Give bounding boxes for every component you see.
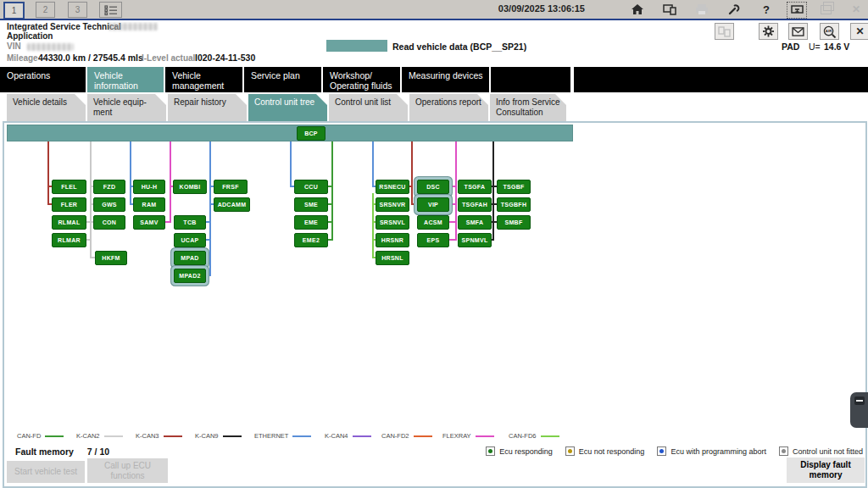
question-icon: ? (763, 3, 770, 16)
ecu-node-acsm[interactable]: ACSM (417, 215, 449, 230)
ecu-node-con[interactable]: CON (93, 215, 125, 230)
sub-tab-control-unit-tree[interactable]: Control unit tree (248, 94, 327, 122)
bus-legend-label: FLEXRAY (442, 432, 471, 440)
window-close-button[interactable]: ✕ (847, 2, 865, 17)
ecu-node-smbf[interactable]: SMBF (497, 215, 531, 230)
fault-memory-label: Fault memory (15, 446, 74, 457)
voltage-prefix: U= (809, 42, 821, 52)
ecu-node-flel[interactable]: FLEL (52, 180, 86, 194)
screen-select-button[interactable] (787, 2, 807, 19)
bus-legend-can-fd: CAN-FD (17, 432, 64, 440)
ecu-node-tsgfa[interactable]: TSGFA (458, 180, 492, 194)
messages-button[interactable] (788, 23, 808, 40)
nav-tab-vehicle-information[interactable]: Vehicle information (87, 67, 164, 92)
ecu-node-mpad[interactable]: MPAD (174, 251, 206, 265)
ecu-node-tcb[interactable]: TCB (174, 215, 206, 230)
ecu-node-hu-h[interactable]: HU-H (133, 180, 165, 194)
nav-tab-empty[interactable] (491, 67, 570, 92)
connection-manager-button[interactable] (660, 2, 679, 17)
mileage-value: 44330.0 km / 27545.4 mls (38, 53, 143, 63)
bus-legend-k-can3: K-CAN3 (136, 432, 182, 440)
air-check-button[interactable]: AIR (820, 23, 839, 40)
help-button[interactable]: ? (757, 2, 776, 17)
bus-line-segment (492, 141, 494, 241)
page-tab-1[interactable]: 1 (3, 2, 25, 19)
ecu-node-rlmar[interactable]: RLMAR (52, 233, 86, 247)
ecu-node-gws[interactable]: GWS (93, 197, 125, 212)
sub-tab-vehicle-equip-ment[interactable]: Vehicle equip- ment (87, 94, 166, 122)
transfer-button[interactable] (715, 23, 734, 40)
ecu-node-srsnvr[interactable]: SRSNVR (376, 197, 409, 212)
fault-memory: Fault memory 7 / 10 (15, 446, 109, 457)
close-session-button[interactable]: ✕ (850, 23, 868, 40)
ecu-node-frsf[interactable]: FRSF (214, 180, 248, 194)
home-button[interactable] (628, 2, 647, 17)
bus-line-segment (411, 203, 416, 205)
ecu-node-dsc[interactable]: DSC (417, 180, 449, 194)
sub-tab-repair-history[interactable]: Repair history (168, 94, 247, 122)
mail-icon (792, 27, 804, 36)
ecu-node-eme2[interactable]: EME2 (294, 233, 328, 247)
app-title-line1: Integrated Service Technical (7, 22, 121, 31)
ecu-node-samv[interactable]: SAMV (133, 215, 165, 230)
settings-button[interactable] (759, 23, 778, 40)
status-legend-ecu-responding: Ecu responding (486, 446, 553, 456)
ecu-node-rlmal[interactable]: RLMAL (52, 215, 86, 230)
tree-zoom-control[interactable] (850, 392, 868, 428)
page-tab-3[interactable]: 3 (68, 2, 87, 18)
ecu-node-tsgbfh[interactable]: TSGBFH (497, 197, 531, 212)
ista-window: 1 2 3 03/09/2025 13:06:15 ? (0, 0, 868, 488)
fault-memory-value: 7 / 10 (87, 446, 109, 457)
ecu-node-kombi[interactable]: KOMBI (173, 180, 207, 194)
nav-tab-vehicle-management[interactable]: Vehicle management (165, 67, 242, 92)
ecu-node-sme[interactable]: SME (294, 197, 328, 212)
status-legend-control-unit-not-fitted: Control unit not fitted (779, 446, 863, 456)
ecu-node-tsgbf[interactable]: TSGBF (497, 180, 531, 194)
print-button[interactable] (693, 2, 711, 17)
device-monitor-icon (663, 3, 676, 15)
ecu-node-ccu[interactable]: CCU (294, 180, 328, 194)
bus-line-segment (209, 141, 211, 276)
bus-legend-color-line (164, 435, 182, 437)
window-restore-button[interactable] (816, 2, 835, 17)
tools-button[interactable] (726, 2, 744, 17)
ecu-node-hkfm[interactable]: HKFM (95, 251, 127, 265)
bus-legend-color-line (414, 435, 432, 437)
ecu-node-hrsnl[interactable]: HRSNL (376, 251, 409, 265)
bus-line-segment (290, 141, 292, 187)
ecu-node-ucap[interactable]: UCAP (174, 233, 206, 247)
list-icon (103, 4, 119, 16)
ecu-node-fzd[interactable]: FZD (93, 180, 125, 194)
ecu-node-spnmvl[interactable]: SPNMVL (458, 233, 492, 247)
start-vehicle-test-button[interactable]: Start vehicle test (7, 461, 85, 483)
status-dot (488, 449, 492, 453)
ecu-node-hrsnr[interactable]: HRSNR (376, 233, 409, 247)
bus-line-segment (90, 141, 92, 258)
ecu-node-eme[interactable]: EME (294, 215, 328, 230)
ecu-node-adcamm[interactable]: ADCAMM (214, 197, 250, 212)
ecu-node-mpad2[interactable]: MPAD2 (174, 269, 206, 283)
sub-tab-control-unit-list[interactable]: Control unit list (329, 94, 408, 122)
ecu-node-root[interactable]: BCP (297, 126, 326, 141)
ecu-node-ram[interactable]: RAM (133, 197, 165, 212)
ecu-node-eps[interactable]: EPS (417, 233, 449, 247)
display-fault-memory-button[interactable]: Display fault memory (787, 458, 865, 483)
bus-line-segment (372, 141, 374, 187)
nav-tab-workshop-operating-fluids[interactable]: Workshop/ Operating fluids (323, 67, 400, 92)
sub-tab-info-from-service-consultation[interactable]: Info from Service Consultation (490, 94, 566, 122)
ecu-node-rsnecu[interactable]: RSNECU (376, 180, 409, 194)
nav-tab-measuring-devices[interactable]: Measuring devices (402, 67, 489, 92)
call-up-ecu-functions-button[interactable]: Call up ECU functions (87, 458, 168, 483)
sub-tab-operations-report[interactable]: Operations report (409, 94, 488, 122)
nav-tab-service-plan[interactable]: Service plan (244, 67, 321, 92)
sub-tab-vehicle-details[interactable]: Vehicle details (7, 94, 86, 122)
session-list-button[interactable] (99, 2, 122, 18)
ecu-node-fler[interactable]: FLER (52, 197, 86, 212)
ecu-node-srsnvl[interactable]: SRSNVL (376, 215, 409, 230)
page-tab-2[interactable]: 2 (36, 2, 55, 18)
ecu-node-smfa[interactable]: SMFA (458, 215, 492, 230)
ecu-node-vip[interactable]: VIP (417, 197, 449, 212)
nav-tab-operations[interactable]: Operations (0, 67, 86, 92)
ecu-node-tsgfah[interactable]: TSGFAH (458, 197, 492, 212)
status-legend-label: Control unit not fitted (793, 447, 863, 456)
